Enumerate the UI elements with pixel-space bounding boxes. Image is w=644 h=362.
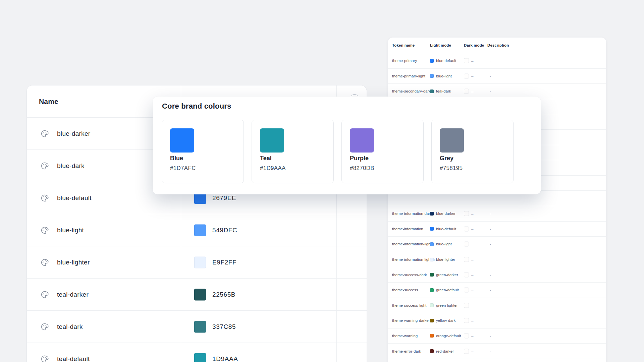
dark-mode-empty-value: –	[471, 349, 473, 353]
colour-name-label: blue-light	[57, 227, 84, 234]
dark-mode-empty-value: –	[471, 242, 473, 246]
description-empty-value: -	[490, 349, 491, 353]
brand-colour-name: Teal	[260, 155, 272, 162]
dark-mode-checkbox[interactable]	[464, 288, 469, 293]
dark-mode-checkbox[interactable]	[464, 272, 469, 277]
colour-name-label: blue-dark	[57, 162, 85, 170]
dark-mode-checkbox[interactable]	[464, 89, 469, 94]
dark-mode-cell: –	[464, 211, 473, 216]
dark-mode-checkbox[interactable]	[464, 318, 469, 323]
palette-table-row[interactable]: blue-light 549DFC	[27, 214, 367, 246]
dark-mode-checkbox[interactable]	[464, 226, 469, 231]
dark-mode-empty-value: –	[471, 74, 473, 78]
dark-mode-checkbox[interactable]	[464, 257, 469, 262]
brand-colour-swatch	[170, 128, 194, 153]
dark-mode-checkbox[interactable]	[464, 73, 469, 78]
dark-mode-empty-value: –	[471, 227, 473, 231]
token-name-label: theme-information-light	[392, 242, 432, 246]
brand-colour-hex: #1D7AFC	[170, 165, 196, 172]
token-colour-swatch	[430, 349, 434, 353]
light-mode-cell: teal-dark	[430, 89, 451, 93]
token-colour-label: blue-darker	[436, 212, 455, 216]
token-table-row[interactable]: theme-success-dark green-darker – -	[388, 267, 606, 283]
dark-mode-cell: –	[464, 73, 473, 78]
light-mode-cell: blue-light	[430, 242, 452, 246]
token-table-row[interactable]: theme-error-dark red-darker – -	[388, 344, 606, 359]
dark-mode-checkbox[interactable]	[464, 58, 469, 63]
token-colour-swatch	[430, 227, 434, 231]
token-name-label: theme-information-lighter	[392, 257, 435, 261]
token-colour-swatch	[430, 288, 434, 292]
dark-mode-checkbox[interactable]	[464, 211, 469, 216]
description-empty-value: -	[490, 303, 491, 307]
light-mode-cell: green-darker	[430, 273, 458, 277]
token-name-label: theme-warning	[392, 334, 418, 338]
colour-name-label: teal-darker	[57, 291, 89, 298]
light-mode-cell: green-default	[430, 288, 459, 292]
brand-colour-tile[interactable]: Blue #1D7AFC	[162, 120, 244, 183]
token-colour-label: blue-light	[436, 74, 452, 78]
token-colour-label: blue-lighter	[436, 257, 455, 261]
palette-table-row[interactable]: blue-lighter E9F2FF	[27, 246, 367, 279]
token-table-row[interactable]: theme-primary blue-default – -	[388, 53, 606, 69]
token-name-label: theme-primary-light	[392, 74, 425, 78]
token-colour-label: blue-light	[436, 242, 452, 246]
brand-colour-hex: #758195	[440, 165, 463, 172]
token-table-row[interactable]: theme-information blue-default – -	[388, 222, 606, 237]
column-header-token-name: Token name	[392, 43, 415, 47]
dark-mode-empty-value: –	[471, 318, 473, 322]
palette-table-row[interactable]: teal-dark 337C85	[27, 311, 367, 343]
colour-name-label: blue-default	[57, 194, 92, 202]
token-table-row[interactable]: theme-information-lighter blue-lighter –…	[388, 252, 606, 267]
token-colour-swatch	[430, 59, 434, 63]
token-table-row[interactable]: theme-information-dark blue-darker – -	[388, 206, 606, 222]
token-colour-label: orange-default	[436, 334, 461, 338]
colour-name-label: blue-lighter	[57, 259, 90, 266]
colour-hex-value: E9F2FF	[212, 259, 236, 266]
token-table-row[interactable]: theme-primary-light blue-light – -	[388, 69, 606, 84]
token-table-row[interactable]: theme-success-light green-lighter – -	[388, 298, 606, 313]
dark-mode-empty-value: –	[471, 303, 473, 307]
brand-colour-hex: #1D9AAA	[260, 165, 286, 172]
token-table-row[interactable]: theme-warning orange-default – -	[388, 328, 606, 344]
light-mode-cell: blue-default	[430, 59, 456, 63]
dark-mode-checkbox[interactable]	[464, 333, 469, 338]
dark-mode-empty-value: –	[471, 59, 473, 63]
colour-swatch	[194, 353, 206, 362]
palette-icon	[40, 226, 49, 235]
token-table-row[interactable]: theme-error red-default – -	[388, 359, 606, 362]
dark-mode-empty-value: –	[471, 334, 473, 338]
brand-colour-tile[interactable]: Grey #758195	[431, 120, 514, 183]
token-table-row[interactable]: theme-information-light blue-light – -	[388, 237, 606, 252]
colour-name-label: teal-default	[57, 355, 90, 362]
dark-mode-checkbox[interactable]	[464, 303, 469, 308]
panel-title: Core brand colours	[162, 102, 231, 111]
token-colour-swatch	[430, 258, 434, 261]
dark-mode-checkbox[interactable]	[464, 242, 469, 247]
token-table-row[interactable]: theme-success green-default – -	[388, 283, 606, 298]
dark-mode-cell: –	[464, 303, 473, 308]
brand-colour-swatch	[440, 128, 464, 153]
dark-mode-cell: –	[464, 257, 473, 262]
brand-colour-swatch	[260, 128, 284, 153]
token-colour-label: teal-dark	[436, 89, 451, 93]
light-mode-cell: yellow-dark	[430, 318, 455, 322]
token-colour-swatch	[430, 334, 434, 338]
description-empty-value: -	[490, 288, 491, 292]
dark-mode-cell: –	[464, 242, 473, 247]
token-name-label: theme-information-dark	[392, 212, 432, 216]
light-mode-cell: green-lighter	[430, 303, 458, 307]
light-mode-cell: blue-default	[430, 227, 456, 231]
token-colour-label: red-darker	[436, 349, 454, 353]
description-empty-value: -	[490, 242, 491, 246]
dark-mode-checkbox[interactable]	[464, 349, 469, 354]
token-colour-swatch	[430, 242, 434, 246]
palette-table-row[interactable]: teal-default 1D9AAA	[27, 343, 367, 362]
palette-table-row[interactable]: teal-darker 22565B	[27, 279, 367, 311]
dark-mode-empty-value: –	[471, 288, 473, 292]
token-name-label: theme-success	[392, 288, 418, 292]
description-empty-value: -	[490, 212, 491, 216]
token-table-row[interactable]: theme-warning-darker yellow-dark – -	[388, 313, 606, 328]
brand-colour-tile[interactable]: Teal #1D9AAA	[252, 120, 334, 183]
brand-colour-tile[interactable]: Purple #8270DB	[341, 120, 424, 183]
